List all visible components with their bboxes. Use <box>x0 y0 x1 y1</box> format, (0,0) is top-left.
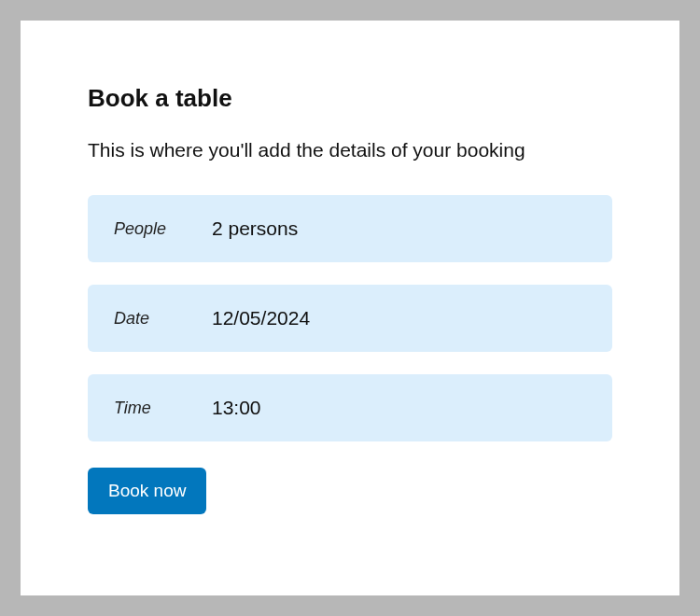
people-label: People <box>114 219 212 239</box>
time-label: Time <box>114 399 212 418</box>
date-label: Date <box>114 309 212 329</box>
date-input[interactable] <box>212 307 586 329</box>
date-field[interactable]: Date <box>88 285 612 352</box>
people-input[interactable] <box>212 217 586 240</box>
book-now-button[interactable]: Book now <box>88 468 206 514</box>
time-input[interactable] <box>212 397 586 419</box>
page-subtitle: This is where you'll add the details of … <box>88 139 612 161</box>
people-field[interactable]: People <box>88 195 612 262</box>
booking-card: Book a table This is where you'll add th… <box>21 21 679 595</box>
page-title: Book a table <box>88 84 612 113</box>
time-field[interactable]: Time <box>88 374 612 441</box>
